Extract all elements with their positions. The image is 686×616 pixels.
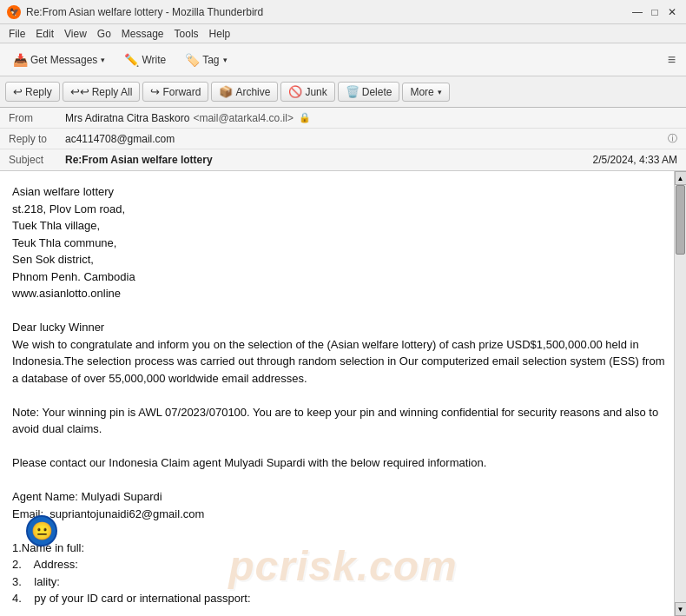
tag-button[interactable]: 🏷️ Tag ▾ [177, 49, 234, 71]
scroll-track[interactable] [675, 185, 686, 602]
body-agent-email: Email: supriantojunaidi62@gmail.com [12, 506, 674, 523]
email-body-container: Asian welfare lottery st.218, Plov Lom r… [0, 171, 686, 616]
archive-icon: 📦 [219, 85, 233, 98]
scroll-thumb[interactable] [676, 185, 685, 255]
email-body: Asian welfare lottery st.218, Plov Lom r… [0, 171, 686, 616]
delete-button[interactable]: 🗑️ Delete [338, 82, 400, 102]
body-item-3: 3. lality: [12, 573, 674, 591]
get-messages-icon: 📥 [13, 53, 28, 67]
body-item-2: 2. Address: [12, 556, 674, 573]
body-main-para: We wish to congratulate and inform you o… [12, 336, 674, 387]
main-toolbar: 📥 Get Messages ▾ ✏️ Write 🏷️ Tag ▾ ≡ [0, 43, 686, 76]
from-email: <mail@atarkal4.co.il> [193, 112, 294, 124]
reply-to-row: Reply to ac4114708@gmail.com ⓘ [0, 129, 686, 149]
body-line-1: Asian welfare lottery [12, 183, 674, 201]
body-line-5: Sen Sok district, [12, 251, 674, 268]
body-agent-name: Agent Name: Mulyadi Supardi [12, 488, 674, 506]
subject-row: Subject Re:From Asian welfare lottery 2/… [0, 149, 686, 170]
body-item-1: 1.Name in full: [12, 540, 674, 557]
body-line-3: Tuek Thla village, [12, 217, 674, 235]
reply-all-button[interactable]: ↩↩ Reply All [63, 82, 141, 102]
from-value: Mrs Adiratna Citra Baskoro <mail@atarkal… [65, 112, 677, 124]
maximize-button[interactable]: □ [648, 5, 662, 19]
main-container: ↩ Reply ↩↩ Reply All ↪ Forward 📦 Archive… [0, 76, 686, 616]
reply-to-value: ac4114708@gmail.com [65, 133, 663, 145]
junk-button[interactable]: 🚫 Junk [280, 82, 334, 102]
get-messages-dropdown-arrow[interactable]: ▾ [101, 56, 105, 64]
tag-icon: 🏷️ [185, 53, 200, 67]
menu-help[interactable]: Help [204, 26, 236, 42]
reply-button[interactable]: ↩ Reply [5, 82, 60, 102]
forward-icon: ↪ [150, 85, 160, 98]
menu-file[interactable]: File [3, 26, 30, 42]
reply-to-label: Reply to [9, 133, 65, 145]
junk-icon: 🚫 [288, 85, 302, 98]
scroll-down-button[interactable]: ▼ [675, 602, 687, 616]
from-name: Mrs Adiratna Citra Baskoro [65, 112, 189, 124]
minimize-button[interactable]: — [630, 5, 644, 19]
menu-message[interactable]: Message [116, 26, 169, 42]
delete-icon: 🗑️ [346, 85, 359, 98]
scrollbar[interactable]: ▲ ▼ [674, 171, 686, 616]
more-button[interactable]: More ▾ [402, 83, 449, 102]
reply-icon: ↩ [13, 85, 23, 98]
app-icon: 🦅 [7, 5, 21, 19]
scroll-up-button[interactable]: ▲ [675, 171, 687, 185]
reply-to-verify-icon: ⓘ [668, 132, 677, 145]
window-controls: — □ ✕ [630, 5, 679, 19]
menu-view[interactable]: View [59, 26, 92, 42]
close-button[interactable]: ✕ [665, 5, 679, 19]
body-contact: Please contact our Indonesia Claim agent… [12, 454, 674, 472]
body-line-6: Phnom Penh. Cambodia [12, 268, 674, 286]
from-label: From [9, 112, 65, 124]
menu-bar: File Edit View Go Message Tools Help [0, 24, 686, 43]
body-greeting: Dear lucky Winner [12, 319, 674, 336]
from-row: From Mrs Adiratna Citra Baskoro <mail@at… [0, 108, 686, 129]
email-header: From Mrs Adiratna Citra Baskoro <mail@at… [0, 108, 686, 171]
body-note: Note: Your winning pin is AWL 07/2023/07… [12, 404, 674, 438]
subject-label: Subject [9, 154, 65, 166]
menu-edit[interactable]: Edit [30, 26, 59, 42]
date-value: 2/5/2024, 4:33 AM [593, 154, 677, 166]
more-dropdown-arrow: ▾ [438, 88, 442, 96]
tag-dropdown-arrow[interactable]: ▾ [223, 56, 228, 64]
body-line-2: st.218, Plov Lom road, [12, 201, 674, 218]
write-icon: ✏️ [124, 53, 139, 67]
archive-button[interactable]: 📦 Archive [211, 82, 278, 102]
reply-all-icon: ↩↩ [70, 85, 89, 98]
hamburger-menu-button[interactable]: ≡ [663, 49, 681, 71]
body-line-7: www.asianlotto.online [12, 285, 674, 302]
get-messages-button[interactable]: 📥 Get Messages ▾ [5, 49, 113, 71]
email-toolbar: ↩ Reply ↩↩ Reply All ↪ Forward 📦 Archive… [0, 76, 686, 108]
verify-icon: 🔒 [299, 112, 311, 123]
menu-go[interactable]: Go [92, 26, 116, 42]
window-title: Re:From Asian welfare lottery - Mozilla … [26, 6, 263, 18]
body-item-4: 4. py of your ID card or international p… [12, 590, 674, 607]
forward-button[interactable]: ↪ Forward [142, 82, 208, 102]
subject-value: Re:From Asian welfare lottery [65, 154, 593, 166]
title-bar: 🦅 Re:From Asian welfare lottery - Mozill… [0, 0, 686, 24]
menu-tools[interactable]: Tools [169, 26, 204, 42]
body-line-4: Teuk Thla commune, [12, 235, 674, 252]
write-button[interactable]: ✏️ Write [116, 49, 174, 71]
